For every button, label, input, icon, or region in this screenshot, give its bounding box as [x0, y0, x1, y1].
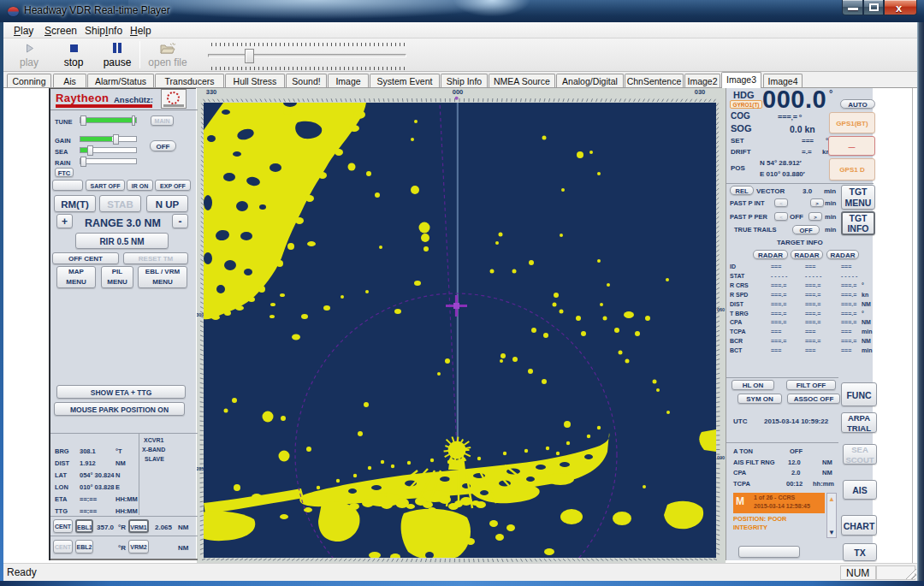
- svg-text:060: 060: [717, 307, 725, 312]
- svg-text:285: 285: [197, 466, 204, 471]
- svg-text:030: 030: [695, 88, 706, 96]
- svg-text:330: 330: [206, 88, 217, 96]
- svg-text:000: 000: [453, 88, 464, 96]
- svg-text:300: 300: [197, 312, 204, 317]
- svg-text:090: 090: [717, 455, 725, 460]
